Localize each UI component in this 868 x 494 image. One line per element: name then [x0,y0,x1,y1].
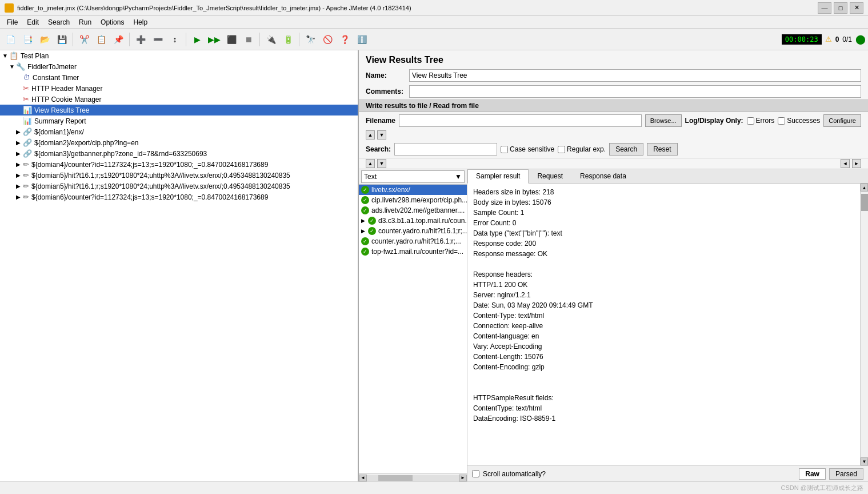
tb-expand[interactable]: ➕ [133,31,149,47]
tree-item-domian4[interactable]: ▶ ✏ ${domian4}/counter?id=1127324;js=13;… [0,159,358,170]
tb-start-no-pauses[interactable]: ▶▶ [206,31,222,47]
regular-exp-checkbox[interactable] [558,146,565,153]
detail-line-6: Response code: 200 [473,238,854,249]
successes-checkbox[interactable] [778,117,785,125]
tree-item-domian6[interactable]: ▶ ✏ ${domian6}/counter?id=1127324;js=13;… [0,192,358,202]
tb-shutdown[interactable]: ⏹ [241,31,257,47]
result-item-cip[interactable]: cip.livetv298.me/export/cip.ph... [359,195,467,205]
tb-collapse[interactable]: ➖ [150,31,166,47]
tree-item-domian1[interactable]: ▶ 🔗 ${domian1}/enx/ [0,126,358,137]
tree-arrow-domian5-1[interactable]: ▶ [16,172,23,178]
result-item-livetv[interactable]: livetv.sx/enx/ [359,185,467,195]
scroll-left-btn[interactable]: ◄ [841,159,850,168]
tree-label-domian5-1: ${domian5}/hit?t16.1;r;s1920*1080*24;uht… [31,172,290,180]
scroll-down-btn[interactable]: ▼ [377,130,386,140]
comments-label: Comments: [366,87,406,95]
detail-tab-parsed[interactable]: Parsed [829,468,863,480]
comments-input[interactable] [409,85,861,98]
menu-file[interactable]: File [2,17,22,27]
search-button[interactable]: Search [609,143,643,156]
menu-search[interactable]: Search [43,17,74,27]
tab-response-data[interactable]: Response data [571,169,635,183]
tab-sampler-result[interactable]: Sampler result [467,169,529,184]
v-scroll-up[interactable]: ▲ [861,184,868,192]
result-item-ads[interactable]: ads.livetv202.me//getbanner.... [359,205,467,216]
tb-templates[interactable]: 📑 [19,31,35,47]
tb-remote-start[interactable]: 🔌 [263,31,279,47]
expand-d3[interactable]: ▶ [361,218,368,224]
scroll-up-btn[interactable]: ▲ [366,130,375,140]
errors-checkbox[interactable] [747,117,754,125]
comments-row: Comments: [359,83,868,99]
result-item-counter2[interactable]: counter.yadro.ru/hit?t16.1;r;... [359,236,467,246]
tb-copy[interactable]: 📋 [93,31,109,47]
menu-help[interactable]: Help [129,17,152,27]
detail-line-9: Response headers: [473,269,854,280]
scroll-down-btn-2[interactable]: ▼ [377,159,386,168]
case-sensitive-checkbox[interactable] [501,146,508,153]
tb-save[interactable]: 💾 [54,31,70,47]
v-scroll-thumb[interactable] [861,194,868,211]
tree-arrow-domian4[interactable]: ▶ [16,161,23,168]
v-scroll-down[interactable]: ▼ [861,457,868,465]
tb-new[interactable]: 📄 [2,31,18,47]
maximize-button[interactable]: □ [834,2,847,14]
h-scroll-left[interactable]: ◄ [359,475,367,481]
close-button[interactable]: ✕ [850,2,863,14]
tree-item-summary[interactable]: ▶ 📊 Summary Report [0,115,358,126]
menu-run[interactable]: Run [74,17,96,27]
tree-item-view-results[interactable]: ▶ 📊 View Results Tree [0,105,358,115]
tb-paste[interactable]: 📌 [110,31,126,47]
filename-input[interactable] [399,114,642,127]
configure-button[interactable]: Configure [823,114,861,127]
name-input[interactable] [409,69,861,82]
expand-counter[interactable]: ▶ [361,228,368,234]
v-scrollbar: ▲ ▼ [860,184,868,465]
tb-search[interactable]: 🔭 [302,31,318,47]
tb-open[interactable]: 📂 [37,31,53,47]
tab-request[interactable]: Request [529,169,571,183]
tb-toggle[interactable]: ↕️ [167,31,183,47]
text-dropdown[interactable]: Text ▼ [361,170,465,183]
scroll-auto-checkbox[interactable] [472,470,479,477]
search-input[interactable] [394,143,497,156]
tree-arrow-fiddler[interactable]: ▼ [9,63,16,70]
tree-arrow-domian5-2[interactable]: ▶ [16,183,23,189]
result-item-topfwz1[interactable]: top-fwz1.mail.ru/counter?id=... [359,246,467,257]
tree-arrow-domian3[interactable]: ▶ [16,150,23,157]
h-scroll-right[interactable]: ► [459,475,467,481]
http-cookie-icon: ✂ [23,95,29,103]
minimize-button[interactable]: — [818,2,831,14]
browse-button[interactable]: Browse... [645,114,682,127]
tree-item-domian5-2[interactable]: ▶ ✏ ${domian5}/hit?t16.1;r;s1920*1080*24… [0,181,358,192]
tree-item-http-header[interactable]: ▶ ✂ HTTP Header Manager [0,83,358,94]
tree-item-test-plan[interactable]: ▼ 📋 Test Plan [0,50,358,61]
tree-item-constant-timer[interactable]: ▶ ⏱ Constant Timer [0,72,358,83]
tree-arrow-domian2[interactable]: ▶ [16,140,23,146]
scroll-right-btn[interactable]: ► [852,159,861,168]
tb-cut[interactable]: ✂️ [76,31,92,47]
result-item-counter[interactable]: ▶ counter.yadro.ru/hit?t16.1;r;... [359,226,467,236]
tb-remote-stop[interactable]: 🔋 [280,31,296,47]
tree-item-domian5-1[interactable]: ▶ ✏ ${domian5}/hit?t16.1;r;s1920*1080*24… [0,170,358,181]
result-item-d3[interactable]: ▶ d3.c3.b1.a1.top.mail.ru/coun... [359,216,467,226]
scroll-up-btn-2[interactable]: ▲ [366,159,375,168]
tree-arrow-domian1[interactable]: ▶ [16,129,23,135]
tb-help[interactable]: ❓ [337,31,353,47]
tree-item-domian3[interactable]: ▶ 🔗 ${domian3}/getbanner.php?zone_id=78&… [0,148,358,159]
tree-item-http-cookie[interactable]: ▶ ✂ HTTP Cookie Manager [0,94,358,105]
tree-arrow-test-plan[interactable]: ▼ [2,53,9,59]
reset-button[interactable]: Reset [647,143,677,156]
tree-item-domian2[interactable]: ▶ 🔗 ${domian2}/export/cip.php?lng=en [0,137,358,148]
tree-arrow-domian6[interactable]: ▶ [16,194,23,200]
tb-info[interactable]: ℹ️ [354,31,370,47]
h-scroll-thumb[interactable] [378,475,413,481]
tb-run[interactable]: ▶ [189,31,205,47]
menu-options[interactable]: Options [96,17,129,27]
detail-tab-raw[interactable]: Raw [799,468,826,480]
scroll-arrows-2: ▲ ▼ ◄ ► [359,158,868,169]
tb-clear[interactable]: 🚫 [319,31,335,47]
tb-stop[interactable]: ⬛ [223,31,239,47]
menu-edit[interactable]: Edit [22,17,43,27]
tree-item-fiddler[interactable]: ▼ 🔧 FiddlerToJmeter [0,61,358,72]
